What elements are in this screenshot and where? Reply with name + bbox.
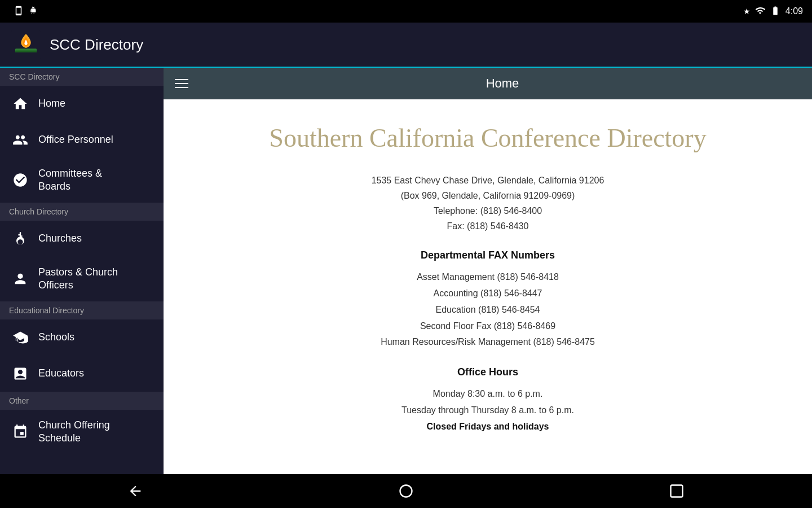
content-page-title: Home bbox=[202, 76, 803, 91]
educational-directory-section: Educational Directory bbox=[0, 301, 164, 319]
main-layout: SCC Directory Home Office Personnel Comm… bbox=[0, 68, 812, 474]
screenshot-icon bbox=[14, 6, 24, 17]
sidebar-item-home[interactable]: Home bbox=[0, 86, 164, 122]
star-icon: ★ bbox=[743, 7, 751, 16]
battery-icon bbox=[770, 6, 781, 17]
pastor-icon bbox=[11, 270, 29, 288]
sidebar-home-label: Home bbox=[38, 97, 65, 110]
school-icon bbox=[11, 329, 29, 347]
church-icon bbox=[11, 230, 29, 248]
fax-item-4: Human Resources/Risk Management (818) 54… bbox=[381, 334, 595, 351]
sidebar-item-educators[interactable]: Educators bbox=[0, 356, 164, 392]
menu-button[interactable] bbox=[173, 77, 191, 90]
sidebar-item-schools[interactable]: Schools bbox=[0, 319, 164, 356]
sidebar: SCC Directory Home Office Personnel Comm… bbox=[0, 68, 164, 474]
fax-item-2: Education (818) 546-8454 bbox=[381, 302, 595, 318]
directory-title: Southern California Conference Directory bbox=[269, 122, 706, 155]
sidebar-item-churches[interactable]: Churches bbox=[0, 221, 164, 257]
home-button[interactable] bbox=[389, 474, 423, 508]
fax-numbers: Asset Management (818) 546-8418 Accounti… bbox=[381, 269, 595, 351]
status-bar: ★ 4:09 bbox=[0, 0, 812, 23]
office-hours-1: Tuesday through Thursday 8 a.m. to 6 p.m… bbox=[401, 402, 574, 419]
recent-apps-button[interactable] bbox=[660, 474, 694, 508]
other-section: Other bbox=[0, 392, 164, 410]
sidebar-item-church-offering[interactable]: Church Offering Schedule bbox=[0, 410, 164, 454]
directory-address: 1535 East Chevy Chase Drive, Glendale, C… bbox=[372, 173, 604, 234]
bottom-nav bbox=[0, 474, 812, 508]
wifi-icon bbox=[755, 6, 765, 17]
sidebar-item-committees[interactable]: Committees &Boards bbox=[0, 158, 164, 203]
closed-notice: Closed Fridays and holidays bbox=[401, 419, 574, 435]
svg-point-3 bbox=[400, 485, 412, 497]
fax-item-1: Accounting (818) 546-8447 bbox=[381, 286, 595, 302]
content-body: Southern California Conference Directory… bbox=[164, 99, 812, 474]
sidebar-office-label: Office Personnel bbox=[38, 133, 113, 146]
fax-section-title: Departmental FAX Numbers bbox=[421, 249, 555, 261]
sidebar-churches-label: Churches bbox=[38, 232, 82, 245]
sidebar-committees-label: Committees &Boards bbox=[38, 167, 102, 194]
sidebar-church-offering-label: Church Offering Schedule bbox=[38, 419, 152, 445]
office-hours-0: Monday 8:30 a.m. to 6 p.m. bbox=[401, 386, 574, 402]
fax-item-3: Second Floor Fax (818) 546-8469 bbox=[381, 318, 595, 335]
people-icon bbox=[11, 131, 29, 149]
fax-item-0: Asset Management (818) 546-8418 bbox=[381, 269, 595, 286]
content-area: Home Southern California Conference Dire… bbox=[164, 68, 812, 474]
sidebar-item-pastors[interactable]: Pastors & Church Officers bbox=[0, 257, 164, 301]
office-hours: Monday 8:30 a.m. to 6 p.m. Tuesday throu… bbox=[401, 386, 574, 435]
android-icon bbox=[28, 6, 38, 17]
sidebar-top-section: SCC Directory bbox=[0, 68, 164, 86]
sidebar-pastors-label: Pastors & Church Officers bbox=[38, 266, 152, 292]
committees-icon bbox=[11, 171, 29, 189]
home-icon bbox=[11, 95, 29, 113]
back-button[interactable] bbox=[118, 474, 152, 508]
svg-rect-2 bbox=[15, 50, 37, 52]
app-logo bbox=[11, 30, 41, 59]
content-toolbar: Home bbox=[164, 68, 812, 99]
church-directory-section: Church Directory bbox=[0, 203, 164, 221]
sidebar-educators-label: Educators bbox=[38, 367, 84, 380]
svg-rect-4 bbox=[671, 485, 683, 497]
sidebar-item-office-personnel[interactable]: Office Personnel bbox=[0, 122, 164, 158]
educators-icon bbox=[11, 365, 29, 383]
app-bar: SCC Directory bbox=[0, 23, 812, 68]
office-hours-title: Office Hours bbox=[457, 366, 518, 378]
sidebar-schools-label: Schools bbox=[38, 331, 74, 344]
status-time: 4:09 bbox=[785, 6, 803, 16]
calendar-icon bbox=[11, 423, 29, 441]
app-title: SCC Directory bbox=[50, 36, 143, 54]
